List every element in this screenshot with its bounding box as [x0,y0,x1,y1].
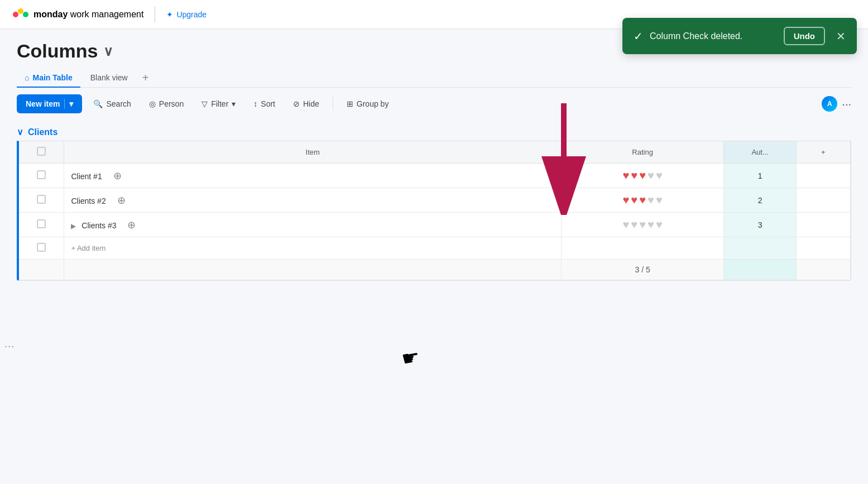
new-item-button[interactable]: New item ▾ [17,94,82,113]
add-item-checkbox[interactable] [37,243,46,252]
new-item-chevron-icon: ▾ [69,99,73,108]
sort-button[interactable]: ↕ Sort [247,95,282,112]
heart-2: ♥ [631,194,637,207]
group-by-icon: ⊞ [347,99,353,108]
page-title-chevron[interactable]: ∨ [103,44,113,59]
add-item-row[interactable]: + Add item [19,237,851,260]
row3-add-cell [796,213,850,237]
upgrade-button[interactable]: ✦ Upgrade [166,10,207,19]
table-footer: 3 / 5 [19,260,851,280]
col-auto-label: Aut... [751,148,768,156]
toolbar-separator [333,97,333,111]
add-item-label-cell[interactable]: + Add item [64,237,561,260]
row2-checkbox-cell [19,188,64,213]
heart-5: ♥ [656,169,663,182]
group-header-clients[interactable]: ∨ Clients [17,120,851,141]
col-header-add[interactable]: + [796,141,850,164]
row1-hearts[interactable]: ♥ ♥ ♥ ♥ ♥ [568,169,717,182]
col-header-item: Item [64,141,561,164]
row1-auto-value: 1 [758,171,763,180]
footer-summary-cell: 3 / 5 [561,260,723,280]
row2-name-cell: Clients #2 ⊕ [64,188,561,213]
cursor-hand-icon: ☛ [400,345,422,371]
heart-4: ♥ [648,218,654,231]
row2-hearts[interactable]: ♥ ♥ ♥ ♥ ♥ [568,194,717,207]
col-header-rating: Rating [561,141,723,164]
row3-expand-icon[interactable]: ▶ [71,222,76,230]
row1-checkbox[interactable] [37,170,46,179]
new-item-btn-divider [64,99,65,109]
toolbar-right: A ··· [822,96,851,112]
row2-comment-icon[interactable]: ⊕ [117,195,126,206]
col-item-label: Item [306,148,320,156]
sort-icon: ↕ [253,99,257,108]
logo: monday work management [11,6,143,23]
row2-checkbox[interactable] [37,195,46,204]
header-checkbox[interactable] [37,147,46,156]
filter-button[interactable]: ▽ Filter ▾ [195,95,242,112]
filter-dropdown-icon: ▾ [232,99,236,108]
heart-3: ♥ [639,169,646,182]
toast-undo-button[interactable]: Undo [784,27,825,45]
tab-main-table[interactable]: ⌂ Main Table [17,69,80,88]
heart-2: ♥ [631,218,637,231]
row3-auto-cell: 3 [724,213,797,237]
row3-checkbox-cell [19,213,64,237]
add-item-add-cell [796,237,850,260]
row2-auto-cell: 2 [724,188,797,213]
table-row: Clients #2 ⊕ ♥ ♥ ♥ ♥ ♥ 2 [19,188,851,213]
row2-name: Clients #2 [71,197,105,205]
row2-add-cell [796,188,850,213]
col-rating-label: Rating [632,148,653,156]
heart-3: ♥ [639,218,646,231]
group-label: Clients [28,127,57,137]
row1-comment-icon[interactable]: ⊕ [113,170,122,181]
heart-1: ♥ [622,169,629,182]
footer-checkbox-cell [19,260,64,280]
heart-2: ♥ [631,169,637,182]
tab-blank-view[interactable]: Blank view [83,69,136,88]
search-button[interactable]: 🔍 Search [87,95,137,112]
toolbar: New item ▾ 🔍 Search ◎ Person ▽ Filter ▾ … [17,88,851,120]
row3-checkbox[interactable] [37,219,46,228]
table-header-row: Item Rating Aut... + [19,141,851,164]
row2-rating-cell: ♥ ♥ ♥ ♥ ♥ [561,188,723,213]
ai-button[interactable]: A [822,96,837,112]
row3-rating-cell: ♥ ♥ ♥ ♥ ♥ [561,213,723,237]
toast-message: Column Check deleted. [650,31,777,41]
add-item-rating-cell [561,237,723,260]
table-row: Client #1 ⊕ ♥ ♥ ♥ ♥ ♥ 1 [19,164,851,188]
toast-notification: ✓ Column Check deleted. Undo ✕ [622,18,857,54]
heart-5: ♥ [656,194,663,207]
row1-checkbox-cell [19,164,64,188]
svg-point-0 [13,12,18,17]
col-add-label: + [821,148,826,156]
svg-point-2 [23,12,28,17]
row3-hearts[interactable]: ♥ ♥ ♥ ♥ ♥ [568,218,717,231]
footer-add-cell [796,260,850,280]
table-row: ▶ Clients #3 ⊕ ♥ ♥ ♥ ♥ ♥ [19,213,851,237]
person-button[interactable]: ◎ Person [142,95,190,112]
heart-5: ♥ [656,218,663,231]
footer-auto-cell [724,260,797,280]
toast-close-icon[interactable]: ✕ [836,30,846,43]
group-by-button[interactable]: ⊞ Group by [340,95,396,112]
heart-4: ♥ [648,194,654,207]
person-icon: ◎ [149,99,156,108]
more-options-button[interactable]: ··· [842,98,851,111]
row3-comment-icon[interactable]: ⊕ [127,219,136,231]
hide-label: Hide [303,99,319,108]
hide-button[interactable]: ⊘ Hide [286,95,326,112]
heart-4: ♥ [648,169,654,182]
svg-point-1 [18,8,23,14]
search-label: Search [106,99,131,108]
row3-name: Clients #3 [81,221,116,230]
toast-check-icon: ✓ [634,30,643,43]
add-item-label: + Add item [71,244,105,252]
tab-blank-view-label: Blank view [90,73,128,82]
row1-rating-cell: ♥ ♥ ♥ ♥ ♥ [561,164,723,188]
tab-add-button[interactable]: + [138,69,154,87]
sort-label: Sort [261,99,275,108]
footer-summary: 3 / 5 [635,265,650,274]
col-header-checkbox [19,141,64,164]
